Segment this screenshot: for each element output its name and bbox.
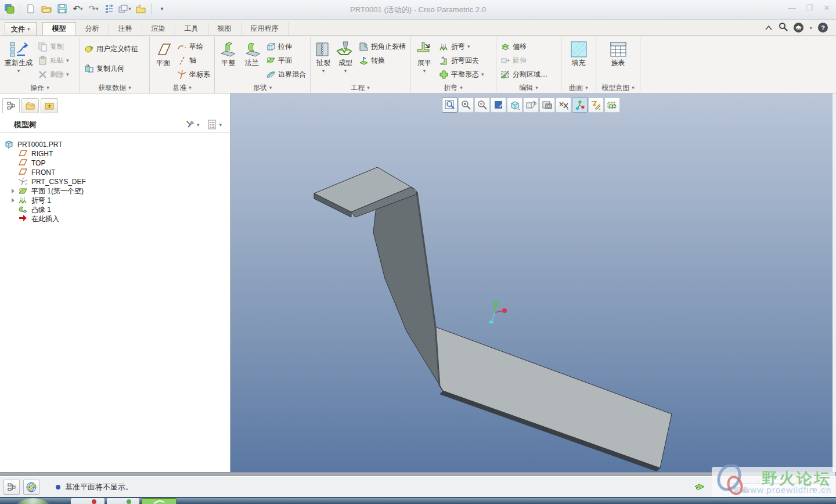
model-tree-tab[interactable] [2,98,20,113]
tree-settings-button[interactable]: ▾ [207,120,222,129]
tree-item-insert-here[interactable]: 在此插入 [0,214,230,224]
group-label-operations[interactable]: 操作▾ [0,82,80,93]
group-label-bends[interactable]: 折弯▾ [410,82,496,93]
web-browser-button[interactable] [23,480,39,495]
fill-button[interactable]: 填充 [565,38,593,80]
expand-arrow-icon[interactable] [12,189,15,193]
paste-button[interactable]: 粘贴 ▾ [36,55,71,66]
spin-center-button[interactable] [572,98,588,113]
tree-item-top[interactable]: TOP [0,159,230,168]
unbend-button[interactable]: 展平 ▾ [413,38,436,80]
bend-button[interactable]: 折弯 ▾ [437,41,486,52]
axis-button[interactable]: 轴 [175,55,212,66]
tree-item-right[interactable]: RIGHT [0,149,230,159]
model-player-icon[interactable] [102,2,116,16]
delete-button[interactable]: 删除 ▾ [36,69,71,80]
group-label-shapes[interactable]: 形状▾ [215,82,310,93]
undo-icon[interactable]: ↶▾ [71,2,85,16]
split-area-button[interactable]: 分割区域… [499,69,549,80]
copy-button[interactable]: 复制 [36,41,71,52]
group-label-model-intent[interactable]: 模型意图▾ [596,82,640,93]
save-icon[interactable] [55,2,69,16]
tree-item-flange[interactable]: 凸缘 1 [0,205,230,214]
saved-orientations-button[interactable]: AB [523,98,539,113]
datum-plane-button[interactable]: 平面 [152,38,174,80]
annotation-display-button[interactable] [588,98,604,113]
minimize-button[interactable]: — [787,3,797,12]
expand-arrow-icon[interactable] [12,198,15,203]
splitter-bar[interactable] [0,472,836,476]
zoom-out-button[interactable] [474,98,490,113]
toggle-tree-button[interactable] [3,480,20,495]
group-label-surfaces[interactable]: 曲面▾ [561,82,596,93]
flange-button[interactable]: 法兰 [241,38,264,80]
folder-browser-tab[interactable] [21,98,39,113]
tree-item-csys[interactable]: PRT_CSYS_DEF [0,177,230,186]
zoom-in-button[interactable] [458,98,474,113]
taskbar-app-2[interactable] [107,498,139,504]
extrude-button[interactable]: 拉伸 [264,41,308,52]
group-label-get-data[interactable]: 获取数据▾ [80,82,149,93]
bend-back-button[interactable]: 折弯回去 [437,55,486,66]
sheet-metal-part[interactable] [230,93,833,472]
zoom-region-button[interactable] [442,98,457,113]
extend-button[interactable]: 延伸 [499,55,549,66]
start-orb-icon[interactable] [16,498,50,504]
csys-button[interactable]: 坐标系 [175,69,212,80]
community-icon[interactable] [794,23,803,33]
favorites-tab[interactable] [41,98,58,113]
flat-button[interactable]: 平整 [217,38,240,80]
open-file-icon[interactable] [39,2,53,16]
tree-item-front[interactable]: FRONT [0,168,230,177]
taskbar-app-1[interactable] [71,498,105,504]
tree-tools-button[interactable]: ▾ [185,120,200,129]
regenerate-button[interactable]: 重新生成 ▾ [2,38,35,80]
copy-geometry-button[interactable]: 复制几何 [82,63,140,74]
tab-applications[interactable]: 应用程序 [242,22,289,35]
tab-analysis[interactable]: 分析 [76,22,109,35]
selection-filter-combo[interactable]: 智能 ▼ [729,483,820,496]
form-button[interactable]: 成型 ▾ [335,38,356,80]
help-icon[interactable]: ? [818,23,828,33]
search-icon[interactable] [779,22,788,33]
boundary-blend-button[interactable]: 边界混合 [264,69,308,80]
creo-logo-icon[interactable] [2,2,16,16]
planar-button[interactable]: 平面 [264,55,308,66]
graphics-viewport[interactable]: AB [230,93,833,472]
new-file-icon[interactable] [24,2,38,16]
regenerate-status-icon[interactable] [694,481,705,494]
datum-display-button[interactable] [556,98,571,113]
tab-tools[interactable]: 工具 [175,22,208,35]
tab-model[interactable]: 模型 [42,22,76,35]
tree-item-planar-wall[interactable]: 平面 1(第一个壁) [0,186,230,196]
group-label-datum[interactable]: 基准▾ [150,82,214,93]
close-button[interactable]: ✕ [822,3,831,12]
group-label-editing[interactable]: 编辑▾ [496,82,561,93]
collapse-ribbon-icon[interactable] [765,24,773,32]
view-manager-button[interactable] [539,98,555,113]
tab-render[interactable]: 渲染 [142,22,175,35]
rip-button[interactable]: 扯裂 ▾ [313,38,334,80]
restore-button[interactable]: ❐ [805,3,814,12]
tab-view[interactable]: 视图 [208,22,242,35]
family-table-button[interactable]: 族表 [603,38,633,80]
taskbar-app-3[interactable] [142,498,176,504]
file-menu-button[interactable]: 文件▾ [5,22,37,35]
corner-relief-button[interactable]: 拐角止裂槽 [357,41,408,52]
sketch-display-button[interactable] [604,98,620,113]
udf-button[interactable]: 用户定义特征 [82,43,140,55]
repaint-button[interactable] [491,98,506,113]
group-label-engineering[interactable]: 工程▾ [311,82,410,93]
convert-button[interactable]: 转换 [357,55,408,66]
flat-pattern-button[interactable]: 平整形态 ▾ [437,69,486,80]
windows-taskbar[interactable] [0,497,836,504]
display-style-button[interactable] [507,98,522,113]
tree-item-part[interactable]: PRT0001.PRT [0,140,230,149]
redo-icon[interactable]: ↷▾ [87,2,100,16]
sketch-button[interactable]: 草绘 [175,41,212,52]
windows-icon[interactable]: ▾ [118,2,132,16]
tree-item-bend[interactable]: 折弯 1 [0,196,230,205]
qat-more-icon[interactable]: ▾ [155,2,169,16]
tab-annotate[interactable]: 注释 [109,22,142,35]
offset-button[interactable]: 偏移 [499,41,549,52]
